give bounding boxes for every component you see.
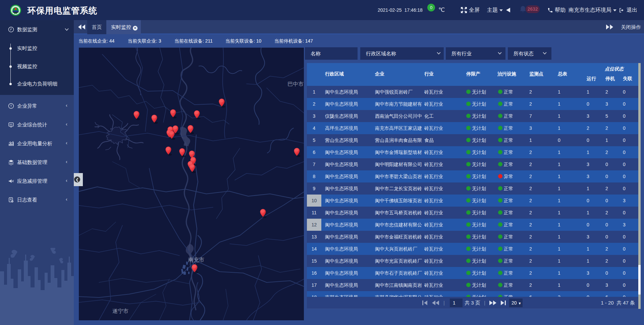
svg-text:南充市: 南充市 xyxy=(188,257,204,263)
svg-text:巴中市: 巴中市 xyxy=(287,81,304,87)
svg-text:遂宁市: 遂宁市 xyxy=(112,308,128,314)
